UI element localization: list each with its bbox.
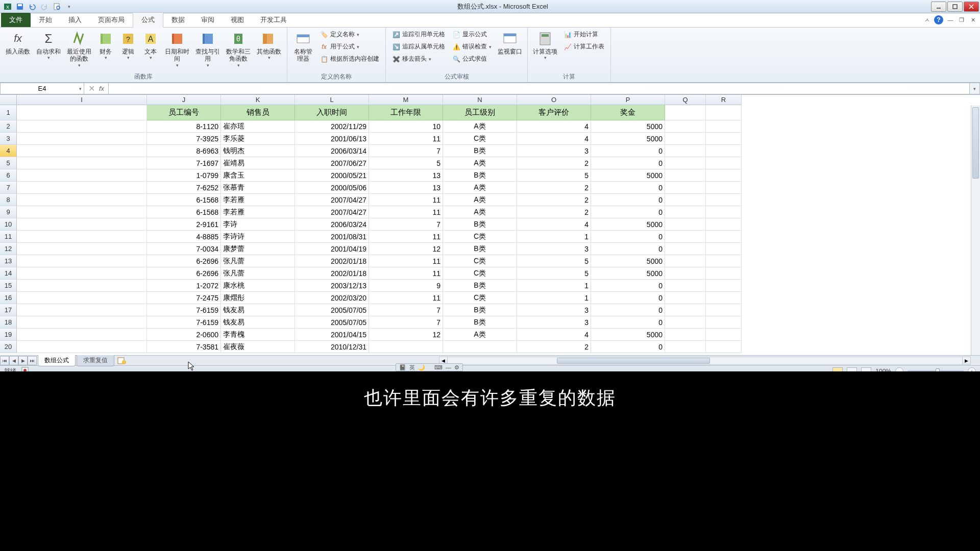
sheet-nav-first-icon[interactable]: ⏮ [0, 356, 9, 365]
col-header[interactable]: O [517, 95, 591, 105]
excel-icon[interactable]: X [2, 1, 13, 12]
close-button[interactable] [964, 2, 979, 12]
row-header[interactable]: 6 [0, 169, 17, 182]
workbook-restore-icon[interactable]: ❐ [958, 16, 966, 24]
row-header[interactable]: 4 [0, 145, 17, 157]
cell[interactable]: 康熠彤 [221, 292, 295, 304]
cell[interactable]: 2001/04/19 [295, 243, 369, 255]
cell[interactable] [706, 316, 742, 329]
cell[interactable]: 7-6159 [147, 316, 221, 329]
row-header[interactable]: 9 [0, 206, 17, 218]
help-icon[interactable]: ? [934, 15, 943, 24]
trace-precedents-button[interactable]: ↗️追踪引用单元格 [389, 29, 448, 40]
cell[interactable]: 张凡蕾 [221, 267, 295, 280]
cell[interactable]: 2 [517, 341, 591, 353]
formula-input[interactable] [109, 83, 970, 94]
cell[interactable]: 李若雁 [221, 206, 295, 218]
row-header[interactable]: 13 [0, 255, 17, 267]
cell[interactable]: 0 [591, 280, 665, 292]
cell[interactable]: 2005/07/05 [295, 316, 369, 329]
cell[interactable] [665, 304, 706, 316]
cell[interactable]: 7-0034 [147, 243, 221, 255]
cell[interactable]: 3 [517, 304, 591, 316]
cell[interactable] [665, 105, 706, 120]
cell[interactable]: 张凡蕾 [221, 255, 295, 267]
expand-formula-bar-icon[interactable]: ▾ [970, 83, 980, 94]
cell[interactable]: B类 [443, 316, 517, 329]
cell[interactable]: B类 [443, 304, 517, 316]
cell[interactable]: 崔夜薇 [221, 341, 295, 353]
cell[interactable] [665, 157, 706, 169]
cell[interactable]: C类 [443, 292, 517, 304]
cell[interactable]: 13 [369, 169, 443, 182]
tab-review[interactable]: 审阅 [193, 13, 223, 27]
cell[interactable]: 4 [517, 120, 591, 133]
cell[interactable] [17, 243, 147, 255]
row-header[interactable]: 2 [0, 120, 17, 133]
cell[interactable]: 11 [369, 231, 443, 243]
cell[interactable]: 2 [517, 157, 591, 169]
cell[interactable] [17, 218, 147, 231]
cell[interactable]: 3 [517, 316, 591, 329]
cell[interactable] [706, 267, 742, 280]
cell[interactable]: 2-9161 [147, 218, 221, 231]
table-header[interactable]: 客户评价 [517, 105, 591, 120]
cell[interactable]: 7 [369, 218, 443, 231]
cell[interactable]: 2002/01/18 [295, 255, 369, 267]
cell[interactable]: 7 [369, 304, 443, 316]
scrollbar-thumb[interactable] [972, 107, 979, 179]
cell[interactable] [706, 292, 742, 304]
cell[interactable]: 1-0799 [147, 169, 221, 182]
cell[interactable]: 2000/05/21 [295, 169, 369, 182]
ime-language-bar[interactable]: 📓英🌙 ⌨—⚙ [396, 363, 463, 371]
row-header[interactable]: 1 [0, 105, 17, 120]
cell[interactable]: 0 [591, 231, 665, 243]
cell[interactable] [17, 105, 147, 120]
cell[interactable]: C类 [443, 133, 517, 145]
cell[interactable] [706, 243, 742, 255]
cell[interactable] [665, 267, 706, 280]
table-header[interactable]: 员工级别 [443, 105, 517, 120]
print-preview-icon[interactable] [51, 1, 62, 12]
cell[interactable] [17, 292, 147, 304]
name-manager-button[interactable]: 名称管理器 [290, 29, 316, 65]
cell[interactable] [665, 231, 706, 243]
cell[interactable] [665, 316, 706, 329]
cell[interactable] [17, 329, 147, 341]
col-header[interactable]: P [591, 95, 665, 105]
cell[interactable] [706, 280, 742, 292]
cell[interactable]: 2 [517, 194, 591, 206]
hscroll-right-icon[interactable]: ▶ [962, 357, 970, 364]
cell[interactable]: B类 [443, 218, 517, 231]
cell[interactable]: 4 [517, 329, 591, 341]
cell[interactable]: 康水桃 [221, 280, 295, 292]
cell[interactable]: 钱明杰 [221, 145, 295, 157]
cell[interactable] [17, 341, 147, 353]
table-header[interactable]: 工作年限 [369, 105, 443, 120]
row-header[interactable]: 17 [0, 304, 17, 316]
cell[interactable]: 2001/04/15 [295, 329, 369, 341]
cell[interactable]: 0 [591, 194, 665, 206]
cell[interactable] [706, 182, 742, 194]
cell[interactable] [706, 304, 742, 316]
cell[interactable]: 11 [369, 133, 443, 145]
row-header[interactable]: 16 [0, 292, 17, 304]
tab-view[interactable]: 视图 [223, 13, 252, 27]
text-button[interactable]: A文本▾ [140, 29, 161, 63]
tab-formulas[interactable]: 公式 [133, 12, 163, 28]
cell[interactable]: 11 [369, 267, 443, 280]
col-header[interactable]: J [147, 95, 221, 105]
tab-home[interactable]: 开始 [31, 13, 60, 27]
cell[interactable]: 2001/06/13 [295, 133, 369, 145]
sheet-tab-active[interactable]: 数组公式 [38, 355, 76, 366]
trace-dependents-button[interactable]: ↘️追踪从属单元格 [389, 41, 448, 53]
cell[interactable] [17, 169, 147, 182]
cell[interactable]: 4 [517, 218, 591, 231]
minimize-ribbon-icon[interactable]: ㅅ [923, 16, 931, 24]
more-functions-button[interactable]: 其他函数▾ [254, 29, 284, 63]
cell[interactable]: B类 [443, 145, 517, 157]
row-header[interactable]: 8 [0, 194, 17, 206]
cell[interactable]: 2007/04/27 [295, 206, 369, 218]
cell[interactable] [17, 231, 147, 243]
col-header[interactable]: K [221, 95, 295, 105]
